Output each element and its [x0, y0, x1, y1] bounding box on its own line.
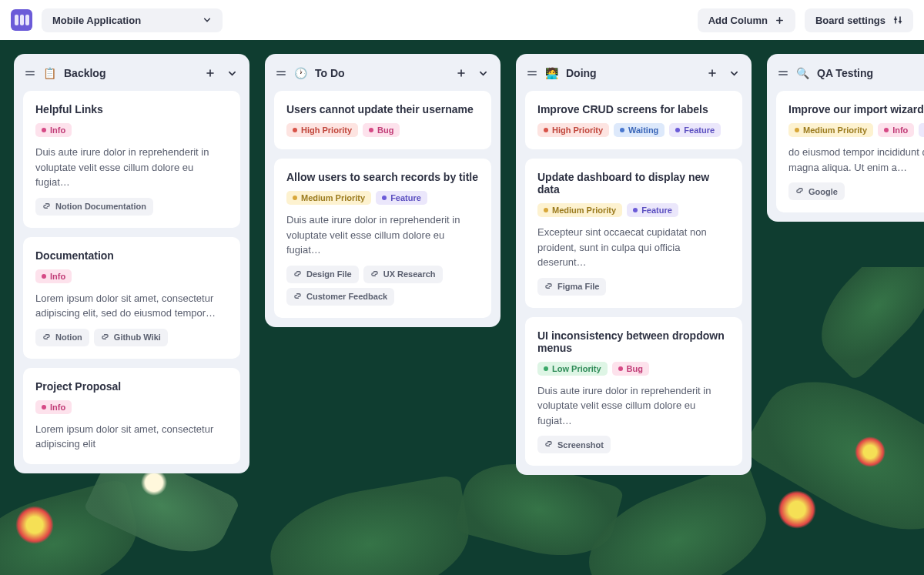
drag-handle-icon[interactable]: [276, 71, 286, 75]
board-name: Mobile Application: [52, 15, 141, 26]
dot-icon: [42, 128, 46, 132]
attachment[interactable]: Notion: [35, 329, 89, 346]
attachment[interactable]: Customer Feedback: [286, 288, 394, 306]
card[interactable]: Improve our import wizardMedium Priority…: [776, 91, 924, 212]
drag-handle-icon[interactable]: [527, 71, 537, 75]
tag[interactable]: Medium Priority: [537, 203, 622, 217]
top-bar: Mobile Application Add Column Board sett…: [0, 0, 924, 40]
tag[interactable]: Low Priority: [537, 362, 608, 376]
link-icon: [42, 333, 51, 343]
attachment-label: Google: [808, 187, 838, 196]
dot-icon: [544, 208, 548, 212]
card[interactable]: Helpful LinksInfoDuis aute irure dolor i…: [23, 91, 240, 228]
attachment-label: Github Wiki: [114, 333, 161, 342]
tag[interactable]: Bug: [363, 123, 400, 137]
attachment-list: Google: [788, 182, 924, 200]
tag[interactable]: Feature: [376, 191, 427, 205]
card-title: Update dashboard to display new data: [537, 171, 730, 196]
card-description: Lorem ipsum dolor sit amet, consectetur …: [35, 422, 228, 452]
link-icon: [544, 282, 553, 292]
card[interactable]: Update dashboard to display new dataMedi…: [525, 159, 742, 308]
tag-list: Medium PriorityInfoFeature: [788, 123, 924, 137]
dot-icon: [618, 366, 623, 371]
attachment-list: Design FileUX ResearchCustomer Feedback: [286, 266, 479, 306]
attachment[interactable]: Screenshot: [537, 436, 611, 453]
column-emoji: 🧑‍💻: [545, 67, 558, 79]
column-menu-button[interactable]: [727, 66, 741, 80]
tag-label: High Priority: [552, 125, 603, 135]
tag[interactable]: High Priority: [537, 123, 609, 137]
dot-icon: [42, 405, 46, 410]
add-card-button[interactable]: [454, 66, 468, 80]
tag[interactable]: Info: [878, 123, 914, 137]
tag[interactable]: Feature: [919, 123, 924, 137]
tag-label: Info: [50, 272, 65, 281]
column-title: Doing: [566, 67, 698, 79]
tag[interactable]: Medium Priority: [286, 191, 371, 205]
tag[interactable]: Info: [35, 269, 72, 283]
card[interactable]: Allow users to search records by titleMe…: [274, 159, 491, 318]
column-header: 🧑‍💻Doing: [525, 63, 742, 82]
tag-label: Bug: [377, 125, 393, 135]
add-card-button[interactable]: [705, 66, 719, 80]
add-card-button[interactable]: [203, 66, 217, 80]
dot-icon: [42, 274, 46, 279]
add-column-label: Add Column: [708, 15, 768, 26]
attachment-label: Notion: [55, 333, 82, 342]
attachment-list: Notion Documentation: [35, 198, 228, 216]
tag[interactable]: Feature: [669, 123, 721, 137]
add-column-button[interactable]: Add Column: [698, 8, 795, 32]
tag-label: Info: [50, 125, 65, 135]
card-title: Helpful Links: [35, 103, 228, 115]
card[interactable]: UI inconsistency between dropdown menusL…: [525, 317, 742, 466]
tag[interactable]: Waiting: [614, 123, 665, 137]
board-settings-button[interactable]: Board settings: [805, 8, 913, 32]
attachment-list: NotionGithub Wiki: [35, 329, 228, 346]
app-logo[interactable]: [11, 9, 32, 31]
tag[interactable]: Info: [35, 123, 72, 137]
attachment[interactable]: Google: [788, 182, 845, 200]
card-description: Duis aute irure dolor in reprehenderit i…: [286, 212, 479, 258]
tag-list: Low PriorityBug: [537, 362, 730, 376]
card-description: Lorem ipsum dolor sit amet, consectetur …: [35, 291, 228, 321]
attachment-label: Design File: [306, 269, 352, 279]
dot-icon: [633, 208, 638, 212]
attachment[interactable]: Figma File: [537, 278, 606, 296]
tag[interactable]: Info: [35, 400, 72, 414]
tag[interactable]: Feature: [627, 203, 678, 217]
kanban-board[interactable]: 📋BacklogHelpful LinksInfoDuis aute irure…: [0, 40, 924, 575]
drag-handle-icon[interactable]: [25, 71, 35, 75]
card[interactable]: DocumentationInfoLorem ipsum dolor sit a…: [23, 237, 240, 359]
tag[interactable]: Bug: [612, 362, 649, 376]
column: 🔍QA TestingImprove our import wizardMedi…: [767, 54, 924, 222]
tag-label: High Priority: [301, 125, 352, 135]
link-icon: [544, 440, 553, 450]
chevron-down-icon: [203, 15, 212, 25]
dot-icon: [293, 196, 297, 200]
tag[interactable]: Medium Priority: [788, 123, 873, 137]
card[interactable]: Project ProposalInfoLorem ipsum dolor si…: [23, 368, 240, 464]
attachment[interactable]: UX Research: [363, 266, 443, 283]
attachment[interactable]: Notion Documentation: [35, 198, 153, 216]
tag-label: Medium Priority: [301, 193, 365, 202]
column-menu-button[interactable]: [476, 66, 490, 80]
svg-point-0: [895, 18, 896, 20]
card[interactable]: Improve CRUD screens for labelsHigh Prio…: [525, 91, 742, 149]
attachment-list: Figma File: [537, 278, 730, 296]
column: 📋BacklogHelpful LinksInfoDuis aute irure…: [14, 54, 249, 473]
attachment[interactable]: Design File: [286, 266, 359, 283]
card[interactable]: Users cannot update their usernameHigh P…: [274, 91, 491, 149]
dot-icon: [884, 128, 889, 132]
tag[interactable]: High Priority: [286, 123, 358, 137]
tag-label: Info: [892, 125, 908, 135]
attachment[interactable]: Github Wiki: [94, 329, 168, 346]
drag-handle-icon[interactable]: [778, 71, 788, 75]
dot-icon: [544, 366, 548, 371]
column-emoji: 📋: [43, 67, 56, 79]
card-title: UI inconsistency between dropdown menus: [537, 329, 730, 354]
attachment-list: Screenshot: [537, 436, 730, 453]
board-selector[interactable]: Mobile Application: [42, 8, 223, 32]
card-title: Project Proposal: [35, 380, 228, 393]
column-menu-button[interactable]: [225, 66, 239, 80]
sliders-icon: [893, 15, 902, 25]
